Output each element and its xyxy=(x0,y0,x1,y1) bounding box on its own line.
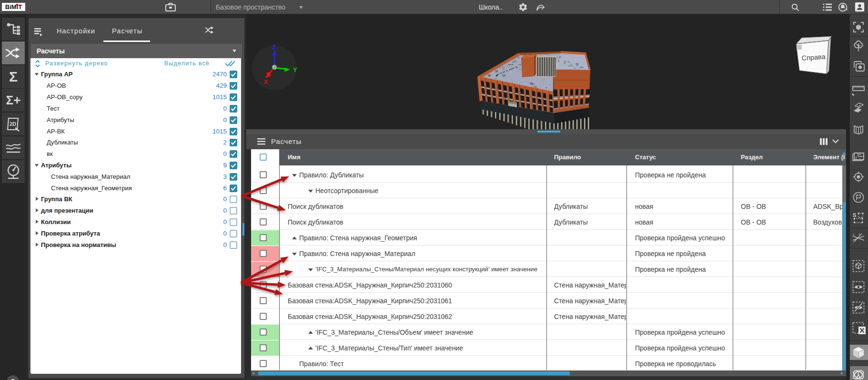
svg-text:S: S xyxy=(853,212,856,218)
svg-text:Z: Z xyxy=(272,43,276,51)
svg-text:1: 1 xyxy=(853,233,855,236)
svg-text:Y: Y xyxy=(293,66,297,73)
svg-text:X: X xyxy=(264,79,268,85)
svg-text:2D: 2D xyxy=(10,121,16,127)
